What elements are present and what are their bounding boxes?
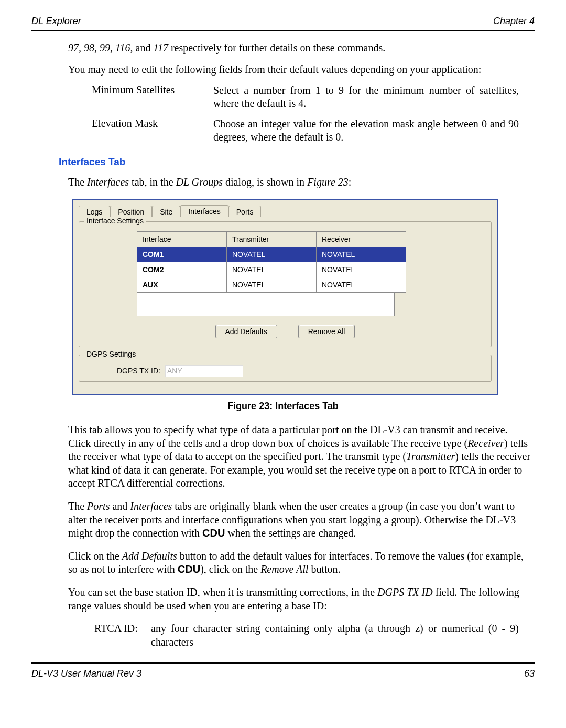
interfaces-dialog: Logs Position Site Interfaces Ports Inte… <box>72 199 498 395</box>
table-row[interactable]: AUX NOVATEL NOVATEL <box>137 277 406 293</box>
tab-bar: Logs Position Site Interfaces Ports <box>79 204 492 217</box>
group-legend: DGPS Settings <box>84 350 138 358</box>
rtca-body: any four character string containing onl… <box>151 622 535 649</box>
tab-logs[interactable]: Logs <box>79 206 110 217</box>
group-interface-settings: Interface Settings Interface Transmitter… <box>79 221 492 347</box>
cell-transmitter[interactable]: NOVATEL <box>227 277 317 293</box>
tab-interfaces[interactable]: Interfaces <box>180 205 228 217</box>
paragraph-3: Click on the Add Defaults button to add … <box>31 550 535 576</box>
add-defaults-button[interactable]: Add Defaults <box>215 325 277 338</box>
footer-rule <box>31 662 535 664</box>
field-desc: Select a number from 1 to 9 for the mini… <box>213 84 535 110</box>
page-footer: DL-V3 User Manual Rev 3 63 <box>31 666 535 679</box>
intro-line-2: You may need to edit the following field… <box>31 62 535 77</box>
header-rule <box>31 30 535 31</box>
rtca-def: RTCA ID: any four character string conta… <box>94 622 535 649</box>
cell-interface[interactable]: COM2 <box>137 262 227 277</box>
field-min-sats: Minimum Satellites Select a number from … <box>31 84 535 110</box>
page-header: DL Explorer Chapter 4 <box>31 16 535 30</box>
tab-site[interactable]: Site <box>152 206 180 217</box>
header-left: DL Explorer <box>31 16 81 27</box>
field-label: Elevation Mask <box>92 117 213 144</box>
cell-transmitter[interactable]: NOVATEL <box>227 247 317 262</box>
dgps-txid-input[interactable] <box>165 365 243 377</box>
intro-line-1: 97, 98, 99, 116, and 117 respectively fo… <box>31 41 535 55</box>
table-header-row: Interface Transmitter Receiver <box>137 232 406 247</box>
group-dgps-settings: DGPS Settings DGPS TX ID: <box>79 355 492 382</box>
rtca-label: RTCA ID: <box>94 622 151 649</box>
paragraph-4: You can set the base station ID, when it… <box>31 586 535 613</box>
cell-interface[interactable]: COM1 <box>137 247 227 262</box>
cell-receiver[interactable]: NOVATEL <box>317 277 406 293</box>
tab-position[interactable]: Position <box>110 206 152 217</box>
interface-table[interactable]: Interface Transmitter Receiver COM1 NOVA… <box>137 231 406 293</box>
table-empty-area <box>137 293 395 316</box>
table-row[interactable]: COM2 NOVATEL NOVATEL <box>137 262 406 277</box>
section-heading-interfaces: Interfaces Tab <box>59 156 535 168</box>
page-number: 63 <box>524 668 535 679</box>
paragraph-2: The Ports and Interfaces tabs are origin… <box>31 500 535 540</box>
dgps-txid-label: DGPS TX ID: <box>117 367 160 375</box>
cell-interface[interactable]: AUX <box>137 277 227 293</box>
header-right: Chapter 4 <box>493 16 535 27</box>
field-desc: Choose an integer value for the elevatio… <box>213 117 535 144</box>
cell-receiver[interactable]: NOVATEL <box>317 262 406 277</box>
group-legend: Interface Settings <box>84 217 146 225</box>
table-row[interactable]: COM1 NOVATEL NOVATEL <box>137 247 406 262</box>
cell-transmitter[interactable]: NOVATEL <box>227 262 317 277</box>
tab-ports[interactable]: Ports <box>228 206 262 217</box>
figure-caption: Figure 23: Interfaces Tab <box>31 401 535 412</box>
remove-all-button[interactable]: Remove All <box>298 325 355 338</box>
field-elev-mask: Elevation Mask Choose an integer value f… <box>31 117 535 144</box>
field-label: Minimum Satellites <box>92 84 213 110</box>
col-transmitter: Transmitter <box>227 232 317 247</box>
section-intro: The Interfaces tab, in the DL Groups dia… <box>31 175 535 189</box>
footer-left: DL-V3 User Manual Rev 3 <box>31 668 142 679</box>
paragraph-1: This tab allows you to specify what type… <box>31 423 535 490</box>
col-receiver: Receiver <box>317 232 406 247</box>
cell-receiver[interactable]: NOVATEL <box>317 247 406 262</box>
col-interface: Interface <box>137 232 227 247</box>
